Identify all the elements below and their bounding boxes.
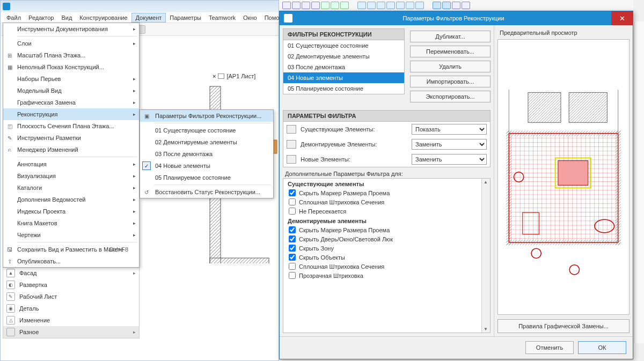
check-row[interactable]: Скрыть Маркер Размера Проема <box>283 225 490 234</box>
checkbox[interactable] <box>289 272 296 279</box>
tool-icon[interactable] <box>377 2 385 9</box>
submenu-item[interactable]: ▣Параметры Фильтров Реконструкции... <box>140 110 273 122</box>
menu-документ[interactable]: Документ <box>131 13 166 23</box>
tool-icon[interactable] <box>331 2 339 9</box>
nav-item[interactable]: ▲Фасад▸ <box>3 267 139 279</box>
ok-button[interactable]: ОК <box>578 341 626 354</box>
filter-row[interactable]: 03 После демонтажа <box>283 62 404 72</box>
checkbox[interactable] <box>289 245 296 252</box>
filter-action-button[interactable]: Экспортировать... <box>410 91 491 102</box>
param-select[interactable]: Заменить <box>412 139 487 150</box>
submenu-item[interactable]: 01 Существующее состояние <box>140 124 273 136</box>
menu-вид[interactable]: Вид <box>57 13 76 22</box>
menu-item[interactable]: Дополнения Ведомостей <box>3 194 139 205</box>
menu-окно[interactable]: Окно <box>239 13 261 22</box>
tool-icon[interactable] <box>282 2 291 9</box>
tool-icon[interactable] <box>433 2 441 9</box>
filter-row[interactable]: 05 Планируемое состояние <box>283 83 404 94</box>
menu-item[interactable]: ◫Плоскость Сечения Плана Этажа... <box>3 120 139 132</box>
checkbox[interactable] <box>289 208 296 215</box>
menu-item[interactable]: Индексы Проекта <box>3 205 139 217</box>
filter-action-button[interactable]: Импортировать... <box>410 76 491 87</box>
nav-item[interactable]: Разное▸ <box>3 326 139 338</box>
tool-icon[interactable] <box>452 2 460 9</box>
filter-row[interactable]: 01 Существующее состояние <box>283 40 404 51</box>
submenu-item[interactable]: 03 После демонтажа <box>140 148 273 160</box>
tool-icon[interactable] <box>415 2 424 9</box>
checkbox[interactable] <box>289 235 296 242</box>
filter-action-button[interactable]: Переименовать... <box>410 46 491 57</box>
tool-icon[interactable] <box>340 2 349 9</box>
nav-item[interactable]: ◉Деталь <box>3 303 139 314</box>
check-row[interactable]: Скрыть Зону <box>283 244 490 253</box>
menu-item[interactable]: Слои <box>3 38 139 49</box>
tool-icon[interactable] <box>406 2 414 9</box>
tool-icon[interactable] <box>367 2 376 9</box>
cancel-button[interactable]: Отменить <box>525 341 574 354</box>
tool-icon[interactable] <box>462 2 470 9</box>
menu-item[interactable]: ▦Неполный Показ Конструкций... <box>3 61 139 73</box>
checkbox[interactable] <box>289 198 296 205</box>
check-row[interactable]: Не Пересекается <box>283 207 490 216</box>
checkbox[interactable] <box>289 189 296 196</box>
close-button[interactable]: ✕ <box>611 11 633 25</box>
tool-icon[interactable] <box>442 2 451 9</box>
checkbox[interactable] <box>289 254 296 261</box>
menu-item[interactable]: ⊞Масштаб Плана Этажа... <box>3 49 139 61</box>
rules-button[interactable]: Правила Графической Замены... <box>497 319 630 333</box>
menu-item[interactable]: 🖫Сохранить Вид и Разместить в МакетеCtrl… <box>3 244 139 255</box>
menu-файл[interactable]: Файл <box>3 13 25 22</box>
filter-row[interactable]: 02 Демонтируемые элементы <box>283 51 404 62</box>
tool-icon[interactable] <box>386 2 395 9</box>
menu-item[interactable]: Книга Макетов <box>3 217 139 229</box>
menu-конструирование[interactable]: Конструирование <box>76 13 131 22</box>
submenu-item[interactable]: ↺Восстановить Статус Реконструкции... <box>140 186 273 198</box>
submenu-item[interactable]: ✓04 Новые элементы <box>140 160 273 172</box>
param-select[interactable]: Заменить <box>412 154 487 165</box>
menu-редактор[interactable]: Редактор <box>25 13 57 22</box>
filter-row[interactable]: 04 Новые элементы <box>283 72 404 83</box>
checkbox[interactable] <box>289 263 296 270</box>
menu-item[interactable]: Реконструкция <box>3 108 139 120</box>
menu-item[interactable]: ✎Инструменты Разметки <box>3 132 139 144</box>
check-row[interactable]: Скрыть Объекты <box>283 253 490 262</box>
nav-item[interactable]: △Изменение <box>3 314 139 326</box>
reconstruction-submenu[interactable]: ▣Параметры Фильтров Реконструкции...01 С… <box>140 109 274 198</box>
menu-item[interactable]: Модельный Вид <box>3 85 139 97</box>
check-row[interactable]: Скрыть Дверь/Окно/Световой Люк <box>283 234 490 244</box>
menu-item[interactable]: Графическая Замена <box>3 97 139 108</box>
tool-icon[interactable] <box>396 2 405 9</box>
menubar[interactable]: ФайлРедакторВидКонструированиеДокументПа… <box>1 12 279 23</box>
menu-item[interactable]: Наборы Перьев <box>3 73 139 85</box>
nav-item[interactable]: ◐Развертка <box>3 279 139 291</box>
menu-item[interactable]: ⇧Опубликовать... <box>3 255 139 267</box>
check-row[interactable]: Прозрачная Штриховка <box>283 271 490 280</box>
check-row[interactable]: Сплошная Штриховка Сечения <box>283 197 490 207</box>
tool-icon[interactable] <box>311 2 320 9</box>
tool-icon[interactable] <box>357 2 366 9</box>
menu-item[interactable]: Чертежи <box>3 229 139 241</box>
checkbox[interactable] <box>289 226 296 233</box>
tool-icon[interactable] <box>321 2 330 9</box>
menu-item[interactable]: Визуализация <box>3 170 139 182</box>
menu-item[interactable]: Аннотация <box>3 158 139 170</box>
menu-item[interactable]: Инструменты Документирования <box>3 23 139 35</box>
nav-item[interactable]: ✎Рабочий Лист <box>3 291 139 303</box>
menu-item[interactable]: Каталоги <box>3 182 139 194</box>
filter-list[interactable]: 01 Существующее состояние02 Демонтируемы… <box>283 40 405 94</box>
filter-action-button[interactable]: Дубликат... <box>410 31 491 42</box>
tool-icon[interactable] <box>292 2 301 9</box>
menu-teamwork[interactable]: Teamwork <box>205 13 239 22</box>
check-row[interactable]: Сплошная Штриховка Сечения <box>283 262 490 271</box>
tool-icon[interactable] <box>302 2 310 9</box>
check-list[interactable]: Существующие элементыСкрыть Маркер Разме… <box>283 178 491 333</box>
menu-item[interactable]: ⎌Менеджер Изменений <box>3 144 139 156</box>
check-row[interactable]: Скрыть Маркер Размера Проема <box>283 188 490 197</box>
param-select[interactable]: Показать <box>412 124 487 135</box>
submenu-item[interactable]: 05 Планируемое состояние <box>140 172 273 183</box>
scrollbar[interactable] <box>481 179 490 333</box>
menu-параметры[interactable]: Параметры <box>166 13 205 22</box>
submenu-item[interactable]: 02 Демонтируемые элементы <box>140 136 273 148</box>
document-menu[interactable]: Инструменты ДокументированияСлои⊞Масштаб… <box>3 23 140 268</box>
filter-action-button[interactable]: Удалить <box>410 61 491 72</box>
